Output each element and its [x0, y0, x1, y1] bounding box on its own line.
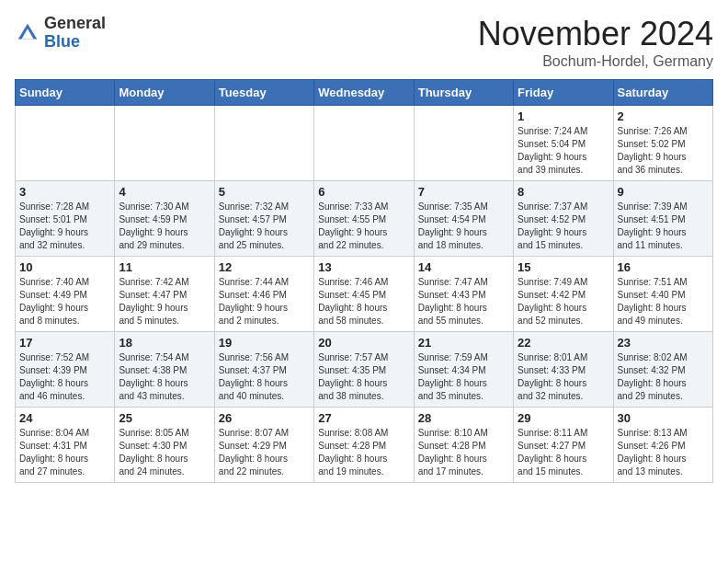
day-number: 1: [518, 109, 609, 123]
calendar-header: SundayMondayTuesdayWednesdayThursdayFrid…: [16, 80, 713, 106]
calendar-cell: 8Sunrise: 7:37 AM Sunset: 4:52 PM Daylig…: [514, 181, 613, 257]
title-section: November 2024 Bochum-Hordel, Germany: [478, 15, 713, 70]
calendar-cell: 12Sunrise: 7:44 AM Sunset: 4:46 PM Dayli…: [214, 257, 313, 332]
calendar-cell: 24Sunrise: 8:04 AM Sunset: 4:31 PM Dayli…: [16, 408, 115, 483]
calendar-cell: [115, 106, 214, 181]
day-info: Sunrise: 7:37 AM Sunset: 4:52 PM Dayligh…: [518, 201, 609, 252]
day-info: Sunrise: 7:51 AM Sunset: 4:40 PM Dayligh…: [618, 276, 709, 327]
day-info: Sunrise: 8:07 AM Sunset: 4:29 PM Dayligh…: [219, 427, 310, 478]
day-number: 2: [618, 109, 709, 123]
day-number: 14: [418, 260, 509, 274]
calendar-cell: 22Sunrise: 8:01 AM Sunset: 4:33 PM Dayli…: [514, 332, 613, 408]
day-info: Sunrise: 7:56 AM Sunset: 4:37 PM Dayligh…: [219, 351, 310, 403]
day-info: Sunrise: 7:59 AM Sunset: 4:34 PM Dayligh…: [418, 351, 509, 403]
day-info: Sunrise: 7:42 AM Sunset: 4:47 PM Dayligh…: [119, 276, 210, 327]
day-number: 4: [119, 185, 210, 199]
weekday-row: SundayMondayTuesdayWednesdayThursdayFrid…: [16, 80, 713, 106]
logo-text: General Blue: [44, 15, 106, 52]
calendar-cell: 18Sunrise: 7:54 AM Sunset: 4:38 PM Dayli…: [115, 332, 214, 408]
calendar-cell: 21Sunrise: 7:59 AM Sunset: 4:34 PM Dayli…: [414, 332, 513, 408]
calendar-cell: [414, 106, 513, 181]
calendar-cell: 23Sunrise: 8:02 AM Sunset: 4:32 PM Dayli…: [613, 332, 712, 408]
day-number: 20: [318, 336, 409, 350]
day-info: Sunrise: 7:46 AM Sunset: 4:45 PM Dayligh…: [318, 276, 409, 327]
page-header: General Blue November 2024 Bochum-Hordel…: [15, 15, 713, 70]
calendar-cell: 20Sunrise: 7:57 AM Sunset: 4:35 PM Dayli…: [314, 332, 414, 408]
day-number: 5: [219, 185, 310, 199]
calendar-body: 1Sunrise: 7:24 AM Sunset: 5:04 PM Daylig…: [16, 106, 713, 483]
day-number: 27: [318, 411, 409, 425]
day-info: Sunrise: 7:40 AM Sunset: 4:49 PM Dayligh…: [19, 276, 110, 327]
day-number: 17: [19, 336, 110, 350]
day-number: 25: [119, 411, 210, 425]
day-info: Sunrise: 7:33 AM Sunset: 4:55 PM Dayligh…: [318, 201, 409, 252]
day-number: 15: [518, 260, 609, 274]
calendar-cell: 11Sunrise: 7:42 AM Sunset: 4:47 PM Dayli…: [115, 257, 214, 332]
calendar-week-row: 24Sunrise: 8:04 AM Sunset: 4:31 PM Dayli…: [16, 408, 713, 483]
day-number: 24: [19, 411, 110, 425]
calendar-cell: 13Sunrise: 7:46 AM Sunset: 4:45 PM Dayli…: [314, 257, 414, 332]
calendar-cell: 27Sunrise: 8:08 AM Sunset: 4:28 PM Dayli…: [314, 408, 414, 483]
calendar-cell: 14Sunrise: 7:47 AM Sunset: 4:43 PM Dayli…: [414, 257, 513, 332]
calendar-week-row: 3Sunrise: 7:28 AM Sunset: 5:01 PM Daylig…: [16, 181, 713, 257]
logo-blue: Blue: [44, 32, 80, 51]
month-title: November 2024: [478, 15, 713, 53]
day-info: Sunrise: 7:35 AM Sunset: 4:54 PM Dayligh…: [418, 201, 509, 252]
day-number: 19: [219, 336, 310, 350]
day-number: 21: [418, 336, 509, 350]
day-number: 29: [518, 411, 609, 425]
weekday-header: Wednesday: [314, 80, 414, 106]
day-info: Sunrise: 7:52 AM Sunset: 4:39 PM Dayligh…: [19, 351, 110, 403]
calendar-week-row: 1Sunrise: 7:24 AM Sunset: 5:04 PM Daylig…: [16, 106, 713, 181]
day-number: 9: [618, 185, 709, 199]
day-info: Sunrise: 8:10 AM Sunset: 4:28 PM Dayligh…: [418, 427, 509, 478]
day-info: Sunrise: 8:05 AM Sunset: 4:30 PM Dayligh…: [119, 427, 210, 478]
calendar-cell: 19Sunrise: 7:56 AM Sunset: 4:37 PM Dayli…: [214, 332, 313, 408]
day-number: 22: [518, 336, 609, 350]
calendar-cell: 6Sunrise: 7:33 AM Sunset: 4:55 PM Daylig…: [314, 181, 414, 257]
day-info: Sunrise: 7:49 AM Sunset: 4:42 PM Dayligh…: [518, 276, 609, 327]
calendar-cell: 2Sunrise: 7:26 AM Sunset: 5:02 PM Daylig…: [613, 106, 712, 181]
weekday-header: Thursday: [414, 80, 513, 106]
calendar-cell: 4Sunrise: 7:30 AM Sunset: 4:59 PM Daylig…: [115, 181, 214, 257]
calendar-cell: [16, 106, 115, 181]
calendar-cell: 3Sunrise: 7:28 AM Sunset: 5:01 PM Daylig…: [16, 181, 115, 257]
day-info: Sunrise: 8:11 AM Sunset: 4:27 PM Dayligh…: [518, 427, 609, 478]
day-number: 6: [318, 185, 409, 199]
calendar-cell: 30Sunrise: 8:13 AM Sunset: 4:26 PM Dayli…: [613, 408, 712, 483]
calendar-cell: 7Sunrise: 7:35 AM Sunset: 4:54 PM Daylig…: [414, 181, 513, 257]
calendar-week-row: 10Sunrise: 7:40 AM Sunset: 4:49 PM Dayli…: [16, 257, 713, 332]
day-info: Sunrise: 7:30 AM Sunset: 4:59 PM Dayligh…: [119, 201, 210, 252]
day-info: Sunrise: 7:39 AM Sunset: 4:51 PM Dayligh…: [618, 201, 709, 252]
day-info: Sunrise: 7:32 AM Sunset: 4:57 PM Dayligh…: [219, 201, 310, 252]
calendar-week-row: 17Sunrise: 7:52 AM Sunset: 4:39 PM Dayli…: [16, 332, 713, 408]
calendar-cell: 5Sunrise: 7:32 AM Sunset: 4:57 PM Daylig…: [214, 181, 313, 257]
day-number: 12: [219, 260, 310, 274]
day-info: Sunrise: 7:57 AM Sunset: 4:35 PM Dayligh…: [318, 351, 409, 403]
day-number: 7: [418, 185, 509, 199]
day-info: Sunrise: 8:08 AM Sunset: 4:28 PM Dayligh…: [318, 427, 409, 478]
calendar-cell: 28Sunrise: 8:10 AM Sunset: 4:28 PM Dayli…: [414, 408, 513, 483]
day-number: 30: [618, 411, 709, 425]
calendar-cell: 1Sunrise: 7:24 AM Sunset: 5:04 PM Daylig…: [514, 106, 613, 181]
day-number: 8: [518, 185, 609, 199]
day-number: 18: [119, 336, 210, 350]
day-number: 16: [618, 260, 709, 274]
weekday-header: Saturday: [613, 80, 712, 106]
calendar-cell: 9Sunrise: 7:39 AM Sunset: 4:51 PM Daylig…: [613, 181, 712, 257]
day-info: Sunrise: 8:04 AM Sunset: 4:31 PM Dayligh…: [19, 427, 110, 478]
day-number: 13: [318, 260, 409, 274]
day-info: Sunrise: 8:01 AM Sunset: 4:33 PM Dayligh…: [518, 351, 609, 403]
day-info: Sunrise: 7:24 AM Sunset: 5:04 PM Dayligh…: [518, 125, 609, 177]
calendar-cell: [214, 106, 313, 181]
day-number: 3: [19, 185, 110, 199]
location-title: Bochum-Hordel, Germany: [478, 53, 713, 70]
calendar-cell: 10Sunrise: 7:40 AM Sunset: 4:49 PM Dayli…: [16, 257, 115, 332]
calendar-cell: 26Sunrise: 8:07 AM Sunset: 4:29 PM Dayli…: [214, 408, 313, 483]
calendar-cell: 15Sunrise: 7:49 AM Sunset: 4:42 PM Dayli…: [514, 257, 613, 332]
day-number: 10: [19, 260, 110, 274]
day-number: 11: [119, 260, 210, 274]
logo-icon: [15, 20, 40, 46]
day-info: Sunrise: 7:47 AM Sunset: 4:43 PM Dayligh…: [418, 276, 509, 327]
calendar-cell: 16Sunrise: 7:51 AM Sunset: 4:40 PM Dayli…: [613, 257, 712, 332]
